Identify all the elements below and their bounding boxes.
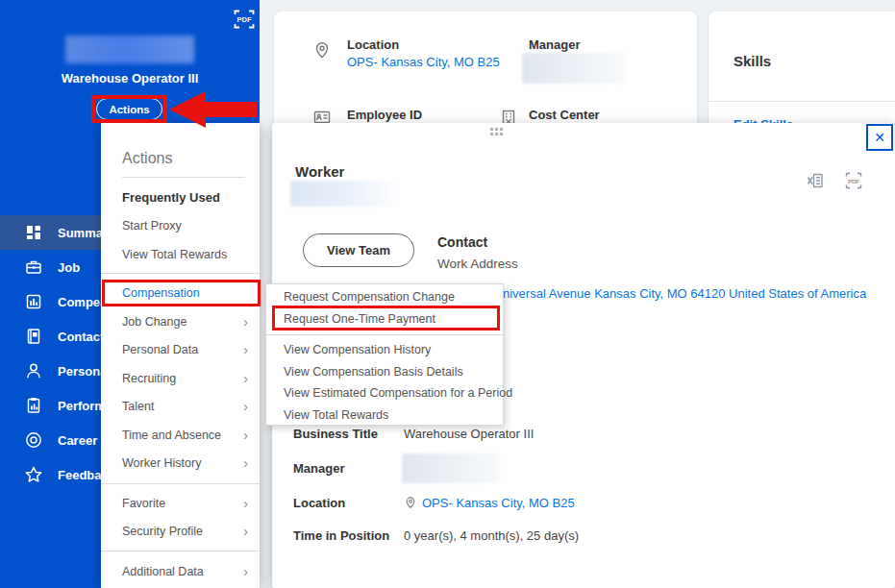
chevron-right-icon: › (243, 342, 248, 357)
menu-item-start-proxy[interactable]: Start Proxy (101, 212, 260, 241)
menu-item-talent[interactable]: Talent› (101, 393, 260, 422)
time-in-position-label: Time in Position (293, 528, 404, 543)
annotation-arrow-tail (202, 102, 257, 117)
employee-id-label: Employee ID (347, 108, 422, 122)
submenu-item-request-compensation-change[interactable]: Request Compensation Change (266, 286, 503, 308)
business-title-label: Business Title (293, 427, 404, 441)
submenu-item-view-estimated-compensation[interactable]: View Estimated Compensation for a Period (266, 382, 503, 404)
submenu-item-request-one-time-payment[interactable]: Request One-Time Payment (266, 308, 503, 331)
location-label: Location (347, 37, 399, 52)
grid-icon (24, 223, 43, 242)
menu-item-view-total-rewards[interactable]: View Total Rewards (101, 240, 260, 269)
close-icon: ✕ (874, 130, 885, 145)
menu-item-recruiting[interactable]: Recruiting› (101, 364, 260, 393)
menu-item-favorite[interactable]: Favorite› (101, 489, 260, 518)
contact-heading: Contact (437, 234, 487, 250)
menu-item-personal-data[interactable]: Personal Data› (101, 336, 260, 365)
star-icon (24, 465, 43, 484)
bar-chart-icon (24, 292, 43, 311)
close-button[interactable]: ✕ (866, 124, 893, 151)
location-row: Location OPS- Kansas City, MO B25 (293, 496, 870, 510)
sidebar-label-career: Career (58, 433, 97, 448)
location-pin-icon-small (404, 496, 417, 509)
chevron-right-icon: › (243, 371, 248, 386)
export-pdf-icon[interactable]: PDF (844, 171, 863, 190)
business-title-row: Business Title Warehouse Operator III (293, 427, 870, 441)
person-icon (24, 361, 43, 380)
pdf-export-icon[interactable]: PDF (233, 9, 256, 30)
location-label-modal: Location (293, 496, 404, 510)
work-address-link[interactable]: niversal Avenue Kansas City, MO 64120 Un… (503, 286, 866, 301)
chevron-right-icon: › (243, 314, 248, 330)
sidebar-label-contact: Contact (58, 330, 104, 344)
redacted-manager-name-modal (402, 453, 500, 483)
actions-menu-title: Actions (101, 123, 260, 168)
submenu-divider (266, 334, 503, 335)
location-link-modal[interactable]: OPS- Kansas City, MO B25 (422, 496, 575, 510)
modal-title: Worker (295, 163, 344, 180)
menu-divider (101, 551, 260, 551)
submenu-item-view-total-rewards[interactable]: View Total Rewards (266, 404, 503, 427)
time-in-position-value: 0 year(s), 4 month(s), 25 day(s) (404, 528, 579, 543)
menu-item-additional-data[interactable]: Additional Data› (101, 557, 260, 586)
submenu-item-view-compensation-basis-details[interactable]: View Compensation Basis Details (266, 361, 503, 383)
actions-button[interactable]: Actions (96, 98, 162, 120)
location-link[interactable]: OPS- Kansas City, MO B25 (347, 55, 500, 69)
redacted-manager-name (522, 53, 626, 84)
location-pin-icon (312, 40, 332, 60)
manager-label: Manager (529, 37, 580, 52)
skills-title: Skills (733, 53, 771, 69)
menu-item-compensation[interactable]: Compensation (101, 280, 260, 308)
target-icon (24, 430, 43, 450)
sidebar-label-job: Job (58, 260, 80, 275)
menu-item-security-profile[interactable]: Security Profile› (101, 518, 260, 547)
chevron-right-icon: › (243, 399, 248, 414)
clipboard-icon (24, 396, 43, 415)
briefcase-icon (24, 257, 43, 277)
cost-center-label: Cost Center (529, 108, 600, 122)
compensation-submenu: Request Compensation Change Request One-… (265, 283, 504, 426)
menu-divider (101, 273, 260, 274)
view-team-button[interactable]: View Team (303, 233, 414, 267)
menu-item-time-and-absence[interactable]: Time and Absence› (101, 421, 260, 450)
submenu-item-view-compensation-history[interactable]: View Compensation History (266, 339, 503, 361)
menu-divider (122, 177, 245, 178)
chevron-right-icon: › (243, 564, 248, 579)
time-in-position-row: Time in Position 0 year(s), 4 month(s), … (293, 528, 870, 543)
contact-card-icon (24, 327, 43, 346)
actions-menu: Actions Frequently Used Start Proxy View… (101, 123, 260, 588)
redacted-worker-name-modal (290, 181, 394, 207)
menu-item-worker-history[interactable]: Worker History› (101, 450, 260, 478)
manager-label-modal: Manager (293, 461, 404, 476)
chevron-right-icon: › (243, 428, 248, 443)
work-address-label: Work Address (437, 257, 518, 271)
chevron-right-icon: › (243, 524, 248, 539)
drag-handle-icon[interactable] (490, 128, 503, 135)
menu-header-frequently-used: Frequently Used (101, 184, 260, 212)
menu-divider (101, 483, 260, 484)
annotation-arrow-icon (169, 91, 206, 128)
manager-row: Manager (293, 461, 870, 476)
business-title-value: Warehouse Operator III (404, 427, 534, 441)
svg-text:PDF: PDF (237, 15, 252, 24)
redacted-worker-name (65, 36, 194, 63)
worker-job-title: Warehouse Operator III (0, 71, 260, 86)
skills-divider (709, 101, 895, 102)
chevron-right-icon: › (243, 496, 248, 511)
export-excel-icon[interactable] (806, 171, 825, 190)
chevron-right-icon: › (243, 455, 248, 471)
menu-item-job-change[interactable]: Job Change› (101, 307, 260, 336)
svg-text:PDF: PDF (848, 179, 859, 184)
